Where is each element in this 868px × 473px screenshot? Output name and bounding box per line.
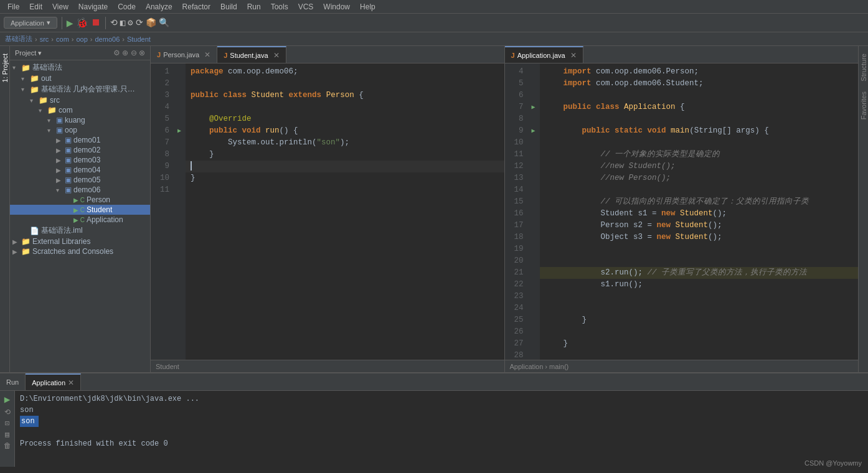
tree-item-demo01[interactable]: ▶ ▣ demo01 xyxy=(10,135,150,145)
tree-item-oop[interactable]: ▾ ▣ oop xyxy=(10,125,150,135)
menu-help[interactable]: Help xyxy=(355,1,380,12)
breadcrumb-sep-4: › xyxy=(90,35,93,43)
menu-refactor[interactable]: Refactor xyxy=(177,1,215,12)
toolbar-icon-4[interactable]: ⟳ xyxy=(136,17,143,28)
breadcrumb-item-6[interactable]: Student xyxy=(127,35,151,43)
bottom-btn-2[interactable]: ⊡ xyxy=(5,419,9,428)
structure-vtab[interactable]: Structure xyxy=(859,49,869,87)
tree-item-jichu2[interactable]: ▾ 📁 基础语法 几内会管理课.只课组代码Ja... xyxy=(10,83,150,95)
tab-person-label: Person.java xyxy=(163,51,199,59)
tree-item-src[interactable]: ▾ 📁 src xyxy=(10,95,150,105)
tab-student-close[interactable]: ✕ xyxy=(273,51,280,60)
tree-item-demo04[interactable]: ▶ ▣ demo04 xyxy=(10,165,150,175)
tree-item-student[interactable]: ▶ C Student xyxy=(10,205,150,215)
breadcrumb-item-5[interactable]: demo06 xyxy=(95,35,120,43)
code-line: System.out.println("son"); xyxy=(186,137,504,149)
breadcrumb-item-4[interactable]: oop xyxy=(76,35,87,43)
tree-item-kuang[interactable]: ▾ ▣ kuang xyxy=(10,115,150,125)
tree-item-extlib[interactable]: ▶ 📁 External Libraries xyxy=(10,236,150,246)
toolbar-separator-2 xyxy=(105,17,106,29)
tab-student-java[interactable]: J Student.java ✕ xyxy=(217,46,286,63)
tree-label-selected: Student xyxy=(87,205,112,214)
project-vertical-tab[interactable]: 1: Project xyxy=(0,46,10,372)
tab-app-close[interactable]: ✕ xyxy=(570,51,577,60)
right-code-area[interactable]: 45678 910111213 1415161718 1920212223 24… xyxy=(505,63,859,360)
run-button[interactable]: ▶ xyxy=(67,16,73,30)
toolbar-icon-1[interactable]: ⟲ xyxy=(110,17,118,28)
code-line: s1.run(); xyxy=(540,279,859,291)
left-line-numbers: 12345 67891011 xyxy=(151,63,173,360)
tree-item-iml[interactable]: 📄 基础语法.iml xyxy=(10,225,150,236)
sidebar-header-icons: ⚙ ⊕ ⊖ ⊗ xyxy=(113,49,145,57)
sidebar-tree: ▾ 📁 基础语法 ▾ 📁 out ▾ 📁 基础语法 几内会管理课.只课组代码Ja… xyxy=(10,60,150,372)
tree-item-person[interactable]: ▶ C Person xyxy=(10,195,150,205)
left-code-area[interactable]: 12345 67891011 ▶ xyxy=(151,63,504,360)
tree-item-scratches[interactable]: ▶ 📁 Scratches and Consoles xyxy=(10,246,150,256)
tree-item-application[interactable]: ▶ C Application xyxy=(10,215,150,225)
tree-label: Scratches and Consoles xyxy=(32,247,113,256)
code-line: public class Application { xyxy=(540,101,859,113)
breadcrumb-item-2[interactable]: src xyxy=(40,35,49,43)
menu-build[interactable]: Build xyxy=(215,1,242,12)
code-line: import com.oop.demo06.Student; xyxy=(540,78,859,90)
right-code-content[interactable]: import com.oop.demo06.Person; import com… xyxy=(540,63,859,360)
tree-item-demo02[interactable]: ▶ ▣ demo02 xyxy=(10,145,150,155)
app-selector[interactable]: Application ▾ xyxy=(4,17,57,29)
favorites-vtab[interactable]: Favorites xyxy=(859,87,869,124)
tree-item-com[interactable]: ▾ 📁 com xyxy=(10,105,150,115)
tree-label: com xyxy=(59,106,73,115)
run-gutter-6[interactable]: ▶ xyxy=(173,125,186,137)
stop-button[interactable]: ⏹ xyxy=(91,17,101,29)
menu-file[interactable]: File xyxy=(2,1,24,12)
tree-label: External Libraries xyxy=(32,237,90,246)
tab-person-close[interactable]: ✕ xyxy=(204,50,210,59)
debug-button[interactable]: 🐞 xyxy=(76,17,88,29)
toolbar-icon-2[interactable]: ◧ xyxy=(120,17,125,28)
tab-person-java[interactable]: J Person.java ✕ xyxy=(151,46,217,63)
app-selector-arrow: ▾ xyxy=(47,19,50,27)
menu-code[interactable]: Code xyxy=(113,1,141,12)
menu-analyze[interactable]: Analyze xyxy=(141,1,177,12)
menu-edit[interactable]: Edit xyxy=(24,1,47,12)
toolbar-icon-5[interactable]: 📦 xyxy=(146,17,156,28)
code-line: } xyxy=(540,314,859,326)
bottom-panel: Run Application ✕ ▶ ⟲ ⊡ ▤ 🗑 D:\Environme… xyxy=(0,372,868,467)
tree-item-jichu[interactable]: ▾ 📁 基础语法 xyxy=(10,62,150,73)
sidebar: Project ▾ ⚙ ⊕ ⊖ ⊗ ▾ 📁 基础语法 ▾ 📁 out ▾ 📁 xyxy=(10,46,151,372)
sidebar-header[interactable]: Project ▾ ⚙ ⊕ ⊖ ⊗ xyxy=(10,46,150,60)
output-line-path: D:\Environment\jdk8\jdk\bin\java.exe ... xyxy=(20,393,863,405)
sidebar-header-label: Project ▾ xyxy=(15,49,42,57)
bottom-btn-4[interactable]: 🗑 xyxy=(4,441,11,451)
menu-navigate[interactable]: Navigate xyxy=(73,1,113,12)
code-line: // 可以指向的引用类型就不确定了：父类的引用指向子类 xyxy=(540,196,859,208)
toolbar-icon-6[interactable]: 🔍 xyxy=(159,17,169,28)
run-again-btn[interactable]: ▶ xyxy=(4,393,11,406)
toolbar-icon-3[interactable]: ⚙ xyxy=(128,17,133,28)
menu-window[interactable]: Window xyxy=(318,1,355,12)
breadcrumb-item-1[interactable]: 基础语法 xyxy=(5,34,32,44)
bottom-output[interactable]: D:\Environment\jdk8\jdk\bin\java.exe ...… xyxy=(15,391,868,467)
application-tab-close[interactable]: ✕ xyxy=(68,378,74,387)
tree-item-out[interactable]: ▾ 📁 out xyxy=(10,73,150,83)
right-editor-pane: J Application.java ✕ 45678 910111213 141… xyxy=(505,46,859,372)
run-gutter-9[interactable]: ▶ xyxy=(527,125,540,137)
run-tab[interactable]: Run xyxy=(0,373,26,390)
tree-item-demo05[interactable]: ▶ ▣ demo05 xyxy=(10,175,150,185)
bottom-btn-3[interactable]: ▤ xyxy=(5,430,9,439)
bottom-btn-1[interactable]: ⟲ xyxy=(4,408,11,417)
code-line-highlighted: s2.run(); // 子类重写了父类的方法，执行子类的方法 xyxy=(540,267,859,279)
editor-area: J Person.java ✕ J Student.java ✕ 12345 xyxy=(151,46,858,372)
tree-item-demo03[interactable]: ▶ ▣ demo03 xyxy=(10,155,150,165)
menu-view[interactable]: View xyxy=(47,1,73,12)
code-line xyxy=(540,243,859,255)
run-gutter-7[interactable]: ▶ xyxy=(527,101,540,113)
application-tab[interactable]: Application ✕ xyxy=(26,373,81,390)
left-code-content[interactable]: package com.oop.demo06; public class Stu… xyxy=(186,63,504,360)
tree-item-demo06[interactable]: ▾ ▣ demo06 xyxy=(10,185,150,195)
tab-application-java[interactable]: J Application.java ✕ xyxy=(505,46,583,63)
menu-run[interactable]: Run xyxy=(242,1,266,12)
breadcrumb-item-3[interactable]: com xyxy=(56,35,69,43)
menu-vcs[interactable]: VCS xyxy=(293,1,319,12)
code-line: public class Student extends Person { xyxy=(186,90,504,101)
menu-tools[interactable]: Tools xyxy=(266,1,293,12)
